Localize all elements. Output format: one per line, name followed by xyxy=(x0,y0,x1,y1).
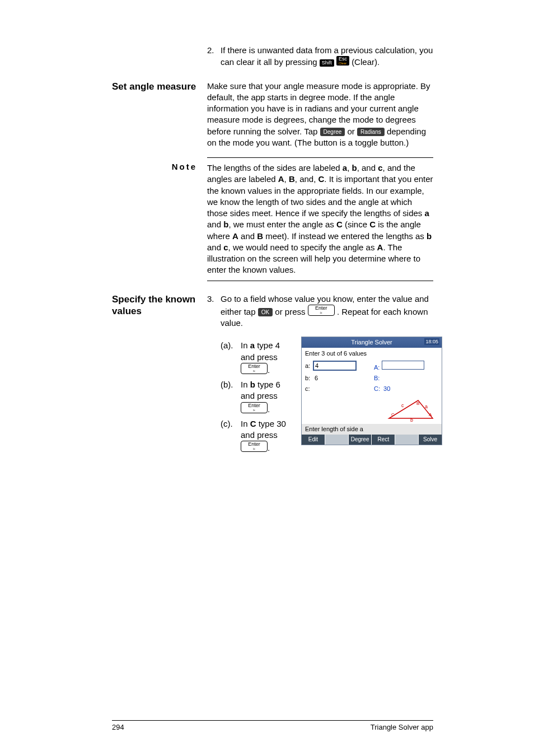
ok-soft-button: OK xyxy=(258,308,273,317)
shift-key-icon: Shift xyxy=(320,59,334,67)
ss-value-b: 6 xyxy=(315,375,318,381)
ss-value-C: 30 xyxy=(383,385,390,392)
ss-btn-solve[interactable]: Solve xyxy=(419,435,442,445)
ss-btn-blank1 xyxy=(325,435,349,445)
specify-known-values-section: Specify the known values 3. Go to a fiel… xyxy=(112,293,433,461)
svg-text:A: A xyxy=(429,412,432,417)
note-section: Note The lengths of the sides are labele… xyxy=(112,157,433,281)
enter-key-icon: Enter ≈ xyxy=(308,305,335,316)
sub-b-marker: (b). xyxy=(221,379,241,415)
note-label: Note xyxy=(112,162,197,171)
svg-text:B: B xyxy=(416,401,419,406)
set-angle-body: Make sure that your angle measure mode i… xyxy=(207,81,433,149)
ss-btn-rect[interactable]: Rect xyxy=(372,435,395,445)
svg-marker-0 xyxy=(389,400,433,418)
ss-input-a[interactable]: 4 xyxy=(313,361,357,371)
footer-title: Triangle Solver app xyxy=(371,723,433,731)
ss-label-c: c: xyxy=(305,385,313,393)
step-2-row: 2. If there is unwanted data from a prev… xyxy=(112,45,433,72)
ss-btn-blank2 xyxy=(395,435,419,445)
enter-key-icon: Enter ≈ xyxy=(241,363,268,374)
specify-heading: Specify the known values xyxy=(112,293,197,318)
page-footer: 294 Triangle Solver app xyxy=(112,720,433,731)
svg-text:c: c xyxy=(401,403,404,408)
degree-soft-button: Degree xyxy=(320,128,345,137)
ss-input-A[interactable] xyxy=(382,361,424,370)
ss-btn-degree[interactable]: Degree xyxy=(349,435,372,445)
triangle-solver-screenshot: Triangle Solver 18:05 Enter 3 out of 6 v… xyxy=(301,337,442,445)
sub-a-marker: (a). xyxy=(221,340,241,376)
step-3-marker: 3. xyxy=(207,293,221,458)
esc-clear-key-icon: Esc Clear xyxy=(336,56,349,66)
ss-label-A: A: xyxy=(374,363,382,372)
ss-button-bar: Edit Degree Rect Solve xyxy=(302,435,442,445)
radians-soft-button: Radians xyxy=(357,128,385,137)
ss-label-B: B: xyxy=(374,374,382,382)
triangle-diagram-icon: a c b A B C xyxy=(386,397,436,422)
page-number: 294 xyxy=(112,723,124,731)
set-angle-measure-section: Set angle measure Make sure that your an… xyxy=(112,81,433,149)
note-body: The lengths of the sides are labeled a, … xyxy=(207,157,433,281)
ss-time: 18:05 xyxy=(424,338,439,345)
ss-title: Triangle Solver xyxy=(351,339,392,346)
ss-btn-edit[interactable]: Edit xyxy=(302,435,325,445)
step-2-marker: 2. xyxy=(207,45,221,68)
sub-b-text: In b type 6 and press Enter ≈ . xyxy=(241,379,293,415)
svg-text:C: C xyxy=(391,412,395,417)
sub-a-text: In a type 4 and press Enter ≈ . xyxy=(241,340,293,376)
set-angle-heading: Set angle measure xyxy=(112,81,197,92)
step-3-body: Go to a field whose value you know, ente… xyxy=(221,293,442,458)
enter-key-icon: Enter ≈ xyxy=(241,402,268,413)
sub-c-text: In C type 30 and press Enter ≈ . xyxy=(241,418,293,454)
enter-key-icon: Enter ≈ xyxy=(241,441,268,452)
ss-subtitle: Enter 3 out of 6 values xyxy=(302,348,442,360)
ss-label-b: b: xyxy=(305,374,313,382)
step-2-text: If there is unwanted data from a previou… xyxy=(221,45,433,68)
ss-label-a: a: xyxy=(305,362,313,370)
ss-label-C: C: xyxy=(374,385,382,393)
ss-hint: Enter length of side a xyxy=(302,424,442,435)
svg-text:b: b xyxy=(410,417,413,422)
svg-text:a: a xyxy=(425,404,428,409)
sub-c-marker: (c). xyxy=(221,418,241,454)
